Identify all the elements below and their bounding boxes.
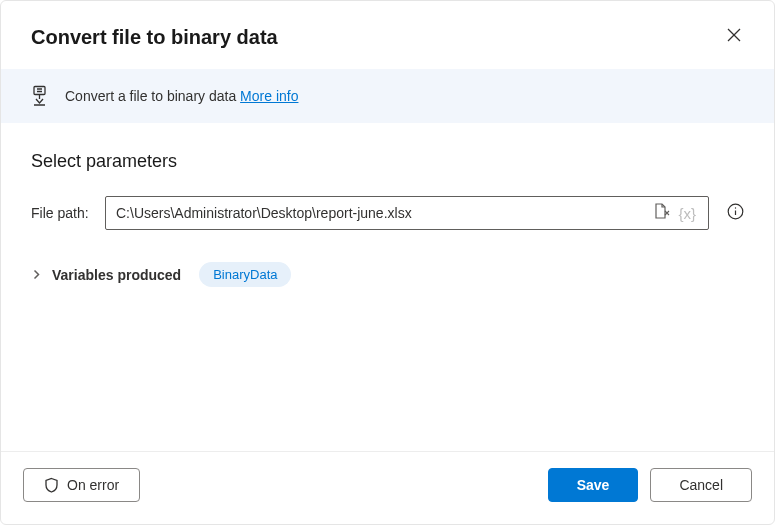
variables-produced-label: Variables produced [52,267,181,283]
save-button[interactable]: Save [548,468,639,502]
variable-token-icon: {x} [678,205,696,222]
info-text: Convert a file to binary data More info [65,88,298,104]
file-path-input[interactable] [116,205,648,221]
on-error-button[interactable]: On error [23,468,140,502]
file-path-help-button[interactable] [719,203,744,224]
svg-rect-2 [34,87,45,95]
close-icon [727,28,741,46]
file-picker-icon [652,202,670,224]
info-description: Convert a file to binary data [65,88,240,104]
info-circle-icon [727,203,744,224]
chevron-right-icon [31,266,42,284]
insert-variable-button[interactable]: {x} [674,205,702,222]
variable-pill-binarydata[interactable]: BinaryData [199,262,291,287]
section-title: Select parameters [31,151,744,172]
info-banner: Convert a file to binary data More info [1,69,774,123]
file-path-input-wrapper: {x} [105,196,709,230]
file-picker-button[interactable] [648,202,674,224]
variables-expand-toggle[interactable] [31,266,42,284]
cancel-button[interactable]: Cancel [650,468,752,502]
close-button[interactable] [718,21,750,53]
svg-point-9 [735,207,736,208]
binary-file-icon [31,85,51,107]
on-error-label: On error [67,477,119,493]
more-info-link[interactable]: More info [240,88,298,104]
dialog-title: Convert file to binary data [31,26,278,49]
shield-icon [44,477,59,493]
file-path-label: File path: [31,205,95,221]
